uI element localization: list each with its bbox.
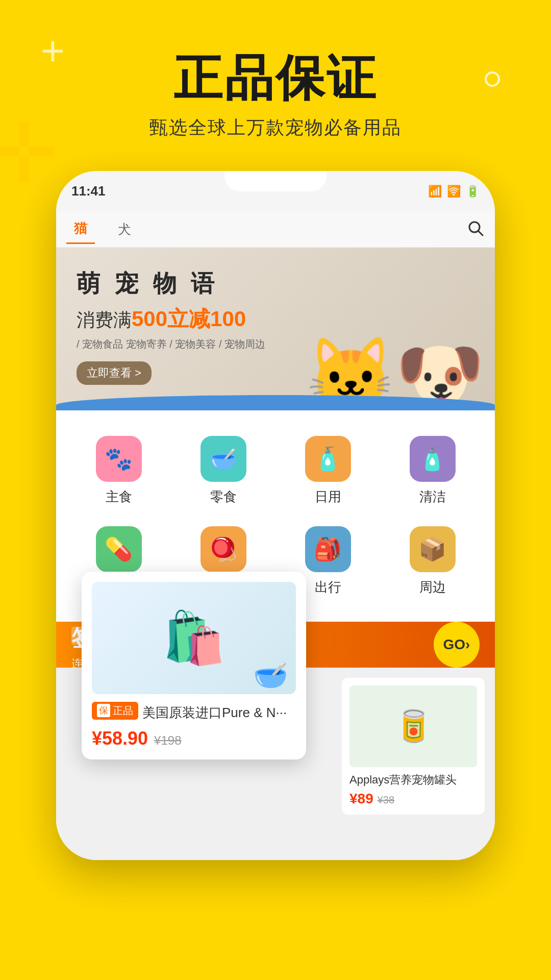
category-item-peripheral[interactable]: 📦 周边 bbox=[380, 516, 485, 606]
category-icon-health: 💊 bbox=[96, 526, 142, 572]
banner-title: 萌 宠 物 语 bbox=[77, 268, 474, 300]
product-original-price: ¥198 bbox=[154, 733, 181, 748]
nav-tab-cat[interactable]: 猫 bbox=[66, 214, 95, 244]
product-card-right[interactable]: 🥫 Applays营养宠物罐头 ¥89 ¥38 bbox=[342, 678, 485, 815]
category-item-clean[interactable]: 🧴 清洁 bbox=[380, 426, 485, 516]
phone-content: 萌 宠 物 语 消费满500立减100 / 宠物食品 宠物寄养 / 宠物美容 /… bbox=[56, 248, 495, 860]
category-icon-daily: 🧴 bbox=[305, 436, 351, 482]
product-prices: ¥58.90 ¥198 bbox=[92, 728, 296, 749]
banner-promo-text: 消费满 bbox=[77, 309, 132, 330]
category-icon-peripheral: 📦 bbox=[410, 526, 456, 572]
banner: 萌 宠 物 语 消费满500立减100 / 宠物食品 宠物寄养 / 宠物美容 /… bbox=[56, 248, 495, 410]
banner-promo-amount: 500立减100 bbox=[132, 307, 246, 331]
product-badge-row: 正品 美国原装进口Pure & N··· bbox=[92, 702, 296, 724]
category-label-food: 主食 bbox=[106, 488, 132, 506]
product-name: 美国原装进口Pure & N··· bbox=[142, 704, 287, 722]
banner-promo: 消费满500立减100 bbox=[77, 305, 474, 333]
products-area: 🛍️ 🥣 正品 美国原装进口Pure & N··· ¥58.90 ¥198 bbox=[56, 668, 495, 831]
nav-tab-dog[interactable]: 犬 bbox=[110, 215, 139, 243]
product-card-right-original: ¥38 bbox=[378, 794, 394, 806]
status-time: 11:41 bbox=[71, 183, 106, 199]
product-popup[interactable]: 🛍️ 🥣 正品 美国原装进口Pure & N··· ¥58.90 ¥198 bbox=[82, 572, 306, 760]
category-label-daily: 日用 bbox=[315, 488, 341, 506]
product-card-right-prices: ¥89 ¥38 bbox=[349, 791, 477, 807]
category-label-snack: 零食 bbox=[210, 488, 237, 506]
category-icon-food: 🐾 bbox=[96, 436, 142, 482]
header-section: 正品保证 甄选全球上万款宠物必备用品 bbox=[0, 0, 551, 140]
category-icon-clean: 🧴 bbox=[410, 436, 456, 482]
phone-notch bbox=[224, 171, 327, 191]
wifi-icon: 🛜 bbox=[447, 185, 461, 198]
phone-container: 11:41 📶 🛜 🔋 猫 犬 萌 宠 物 语 bbox=[56, 171, 495, 860]
product-current-price: ¥58.90 bbox=[92, 728, 148, 749]
product-bowl-icon: 🥣 bbox=[253, 658, 288, 692]
sub-title: 甄选全球上万款宠物必备用品 bbox=[0, 115, 551, 140]
product-card-right-image: 🥫 bbox=[349, 685, 477, 767]
category-label-peripheral: 周边 bbox=[419, 578, 446, 596]
category-item-food[interactable]: 🐾 主食 bbox=[66, 426, 171, 516]
category-item-snack[interactable]: 🥣 零食 bbox=[171, 426, 276, 516]
checkin-go-btn[interactable]: GO› bbox=[434, 622, 480, 668]
status-bar: 11:41 📶 🛜 🔋 bbox=[56, 171, 495, 212]
svg-line-1 bbox=[478, 231, 483, 235]
category-label-travel: 出行 bbox=[315, 578, 341, 596]
phone-frame: 11:41 📶 🛜 🔋 猫 犬 萌 宠 物 语 bbox=[56, 171, 495, 860]
battery-icon: 🔋 bbox=[466, 185, 480, 198]
main-title: 正品保证 bbox=[0, 51, 551, 105]
signal-icon: 📶 bbox=[428, 185, 442, 198]
category-icon-snack: 🥣 bbox=[201, 436, 246, 482]
product-badge-text: 正品 bbox=[113, 704, 133, 718]
product-card-right-name: Applays营养宠物罐头 bbox=[349, 772, 477, 788]
banner-btn[interactable]: 立即查看 > bbox=[77, 361, 152, 385]
product-popup-image: 🛍️ 🥣 bbox=[92, 582, 296, 694]
status-right: 📶 🛜 🔋 bbox=[428, 185, 480, 198]
category-icon-toy: 🪀 bbox=[201, 526, 246, 572]
category-label-clean: 清洁 bbox=[419, 488, 446, 506]
product-card-right-price: ¥89 bbox=[349, 791, 373, 807]
search-icon[interactable] bbox=[466, 219, 485, 239]
product-badge: 正品 bbox=[92, 702, 138, 720]
product-bag-icon: 🛍️ bbox=[162, 608, 226, 668]
category-icon-travel: 🎒 bbox=[305, 526, 351, 572]
app-nav: 猫 犬 bbox=[56, 212, 495, 248]
category-item-daily[interactable]: 🧴 日用 bbox=[276, 426, 380, 516]
